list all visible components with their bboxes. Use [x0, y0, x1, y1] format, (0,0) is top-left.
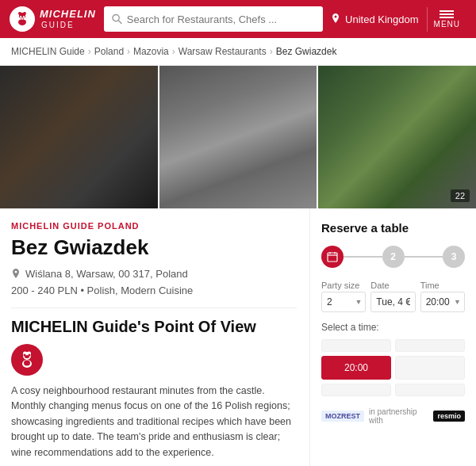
party-size-wrapper: 2 1 3 4 ▼ — [321, 292, 366, 312]
svg-text:M: M — [20, 14, 25, 21]
location-pin-icon — [11, 269, 21, 280]
party-size-field: Party size 2 1 3 4 ▼ — [321, 281, 366, 312]
restaurant-description: A cosy neighbourhood restaurant minutes … — [11, 384, 297, 460]
time-label: Time — [420, 281, 465, 290]
breadcrumb-current: Bez Gwiazdek — [276, 46, 337, 57]
svg-point-13 — [25, 355, 29, 358]
menu-label: MENU — [434, 20, 460, 29]
time-select[interactable]: 20:00 19:00 21:00 — [420, 292, 465, 312]
breadcrumb-separator: › — [270, 46, 273, 57]
michelin-bib-row — [11, 344, 297, 376]
party-size-select[interactable]: 2 1 3 4 — [321, 292, 366, 312]
location-icon — [331, 13, 340, 25]
michelin-text: MICHELIN — [40, 9, 96, 20]
photo-gallery: 22 — [0, 66, 476, 208]
search-bar[interactable] — [104, 6, 323, 32]
address-row: Wiślana 8, Warsaw, 00 317, Poland — [11, 268, 297, 280]
menu-icon — [440, 13, 454, 15]
time-slot-empty-2[interactable] — [395, 339, 465, 352]
step-3: 3 — [443, 246, 465, 268]
region-label: United Kingdom — [345, 13, 419, 25]
resmio-logo: resmio — [433, 411, 465, 422]
address-text: Wiślana 8, Warsaw, 00 317, Poland — [25, 268, 188, 280]
poi-heading: MICHELIN Guide's Point Of View — [11, 318, 297, 336]
logo: M MICHELIN GUIDE — [10, 6, 96, 32]
time-slots-grid: 20:00 — [321, 339, 465, 396]
time-slot-2000[interactable]: 20:00 — [321, 356, 391, 380]
time-slot-empty-4[interactable] — [321, 384, 391, 396]
reservation-form: Party size 2 1 3 4 ▼ Date Tue, 4 Oct — [321, 281, 465, 312]
partner-row: MOZREST in partnership with resmio — [321, 407, 465, 425]
time-slot-empty-5[interactable] — [395, 384, 465, 396]
right-column: Reserve a table 2 3 Party size — [309, 208, 476, 466]
region-button[interactable]: United Kingdom — [331, 13, 419, 25]
svg-line-6 — [118, 21, 121, 24]
date-wrapper: Tue, 4 Oct ▼ — [370, 292, 415, 312]
reserve-heading: Reserve a table — [321, 221, 465, 235]
time-slot-empty-3[interactable] — [395, 356, 465, 380]
menu-icon — [440, 17, 454, 18]
party-size-label: Party size — [321, 281, 366, 290]
mozrest-logo: MOZREST — [321, 411, 364, 422]
header: M MICHELIN GUIDE United Kingdom MENU — [0, 0, 476, 38]
search-input[interactable] — [127, 13, 315, 25]
michelin-guide-label: MICHELIN GUIDE POLAND — [11, 221, 297, 231]
svg-rect-15 — [328, 253, 337, 262]
partner-prefix: in partnership with — [369, 407, 428, 425]
left-column: MICHELIN GUIDE POLAND Bez Gwiazdek Wiśla… — [0, 208, 309, 466]
calendar-icon — [327, 251, 338, 262]
breadcrumb-michelin-guide[interactable]: MICHELIN Guide — [11, 46, 85, 57]
date-field: Date Tue, 4 Oct ▼ — [370, 281, 415, 312]
search-icon — [112, 13, 122, 25]
breadcrumb-warsaw[interactable]: Warsaw Restaurants — [178, 46, 267, 57]
price-cuisine: 200 - 240 PLN • Polish, Modern Cuisine — [11, 285, 297, 296]
time-slot-empty-1[interactable] — [321, 339, 391, 352]
step-1 — [321, 246, 344, 268]
breadcrumb-mazovia[interactable]: Mazovia — [133, 46, 169, 57]
breadcrumb-poland[interactable]: Poland — [94, 46, 124, 57]
reservation-steps: 2 3 — [321, 246, 465, 268]
step-line-2 — [405, 256, 443, 258]
restaurant-photo[interactable] — [0, 66, 158, 208]
michelin-bib-icon — [11, 344, 43, 376]
dish-photo-2[interactable]: 22 — [318, 66, 476, 208]
step-2: 2 — [382, 246, 405, 268]
time-wrapper: 20:00 19:00 21:00 ▼ — [420, 292, 465, 312]
dish-photo-1[interactable] — [159, 66, 317, 208]
main-content: MICHELIN GUIDE POLAND Bez Gwiazdek Wiśla… — [0, 208, 476, 466]
breadcrumb-separator: › — [88, 46, 91, 57]
guide-text: GUIDE — [41, 21, 96, 29]
time-field: Time 20:00 19:00 21:00 ▼ — [420, 281, 465, 312]
date-select[interactable]: Tue, 4 Oct — [370, 292, 415, 312]
date-label: Date — [370, 281, 415, 290]
menu-button[interactable]: MENU — [427, 7, 466, 32]
restaurant-name: Bez Gwiazdek — [11, 235, 297, 260]
breadcrumb-separator: › — [127, 46, 130, 57]
divider — [11, 307, 297, 308]
michelin-man-icon: M — [10, 6, 35, 32]
select-time-heading: Select a time: — [321, 322, 465, 333]
menu-icon — [440, 10, 454, 12]
step-line-1 — [344, 256, 382, 258]
breadcrumb-separator: › — [172, 46, 175, 57]
breadcrumb: MICHELIN Guide › Poland › Mazovia › Wars… — [0, 38, 476, 66]
svg-point-14 — [24, 361, 30, 366]
photo-counter[interactable]: 22 — [451, 189, 470, 202]
